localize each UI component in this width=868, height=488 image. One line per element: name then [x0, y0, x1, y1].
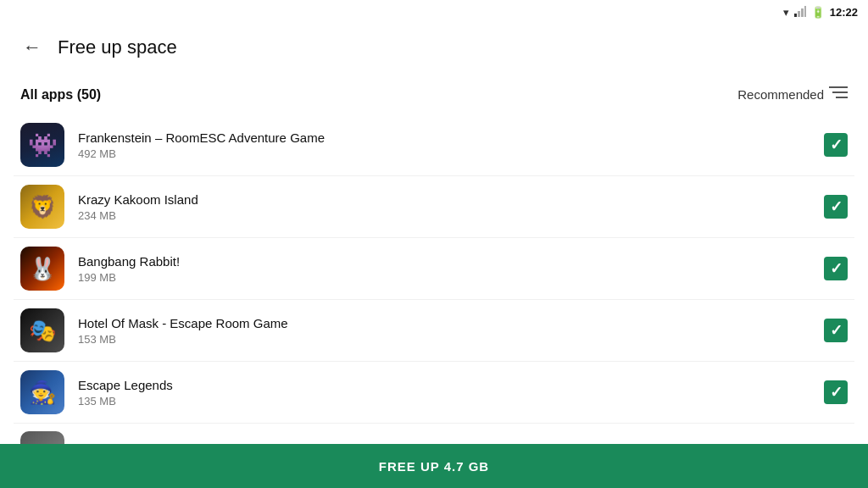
free-up-label: FREE UP 4.7 GB	[379, 459, 489, 474]
app-list: Frankenstein – RoomESC Adventure Game 49…	[0, 114, 868, 483]
list-header: All apps (50) Recommended	[0, 71, 868, 114]
app-icon-hotel	[20, 308, 64, 352]
sort-button[interactable]: Recommended	[737, 85, 848, 104]
list-item[interactable]: Bangbang Rabbit! 199 MB ✓	[14, 238, 854, 300]
app-size: 153 MB	[78, 333, 824, 346]
app-size: 492 MB	[78, 147, 824, 160]
svg-rect-1	[798, 11, 800, 17]
app-info: Escape Legends 135 MB	[78, 378, 824, 408]
app-name: Frankenstein – RoomESC Adventure Game	[78, 130, 824, 145]
list-item[interactable]: Krazy Kakoom Island 234 MB ✓	[14, 176, 854, 238]
page-title: Free up space	[58, 36, 177, 58]
app-info: Frankenstein – RoomESC Adventure Game 49…	[78, 130, 824, 160]
app-size: 135 MB	[78, 395, 824, 408]
checkbox-4[interactable]: ✓	[824, 319, 848, 342]
sort-label: Recommended	[737, 87, 824, 102]
checkbox-3[interactable]: ✓	[824, 257, 848, 280]
checkbox-1[interactable]: ✓	[824, 133, 848, 157]
status-icons: ▾ 🔋 12:22	[783, 5, 858, 19]
app-info: Hotel Of Mask - Escape Room Game 153 MB	[78, 316, 824, 346]
status-bar: ▾ 🔋 12:22	[0, 0, 868, 24]
app-name: Krazy Kakoom Island	[78, 192, 824, 207]
back-button[interactable]: ←	[17, 32, 47, 63]
list-count-label: All apps (50)	[20, 87, 101, 103]
check-icon: ✓	[830, 199, 843, 214]
app-icon-krazy	[20, 185, 64, 229]
check-icon: ✓	[830, 137, 843, 152]
app-icon-frankenstein	[20, 123, 64, 167]
app-icon-bangbang	[20, 247, 64, 291]
svg-rect-3	[804, 6, 806, 17]
checkbox-5[interactable]: ✓	[824, 380, 848, 404]
sort-icon	[829, 85, 848, 104]
app-info: Bangbang Rabbit! 199 MB	[78, 254, 824, 284]
checkbox-2[interactable]: ✓	[824, 195, 848, 219]
app-info: Krazy Kakoom Island 234 MB	[78, 192, 824, 222]
check-icon: ✓	[830, 261, 843, 276]
app-name: Escape Legends	[78, 378, 824, 392]
free-up-button[interactable]: FREE UP 4.7 GB	[0, 444, 868, 488]
svg-rect-2	[801, 8, 804, 17]
app-size: 199 MB	[78, 271, 824, 284]
app-name: Bangbang Rabbit!	[78, 254, 824, 269]
top-bar: ← Free up space	[0, 24, 868, 71]
check-icon: ✓	[830, 323, 843, 338]
app-icon-escape	[20, 370, 64, 414]
app-size: 234 MB	[78, 209, 824, 222]
app-name: Hotel Of Mask - Escape Room Game	[78, 316, 824, 330]
list-item[interactable]: Frankenstein – RoomESC Adventure Game 49…	[14, 114, 854, 176]
clock: 12:22	[830, 6, 858, 19]
list-item[interactable]: Hotel Of Mask - Escape Room Game 153 MB …	[14, 300, 854, 362]
list-item[interactable]: Escape Legends 135 MB ✓	[14, 362, 854, 424]
signal-icon	[794, 5, 806, 19]
svg-rect-0	[794, 14, 797, 17]
wifi-icon: ▾	[783, 6, 789, 19]
check-icon: ✓	[830, 385, 843, 400]
battery-icon: 🔋	[811, 6, 825, 19]
back-arrow-icon: ←	[23, 36, 42, 58]
